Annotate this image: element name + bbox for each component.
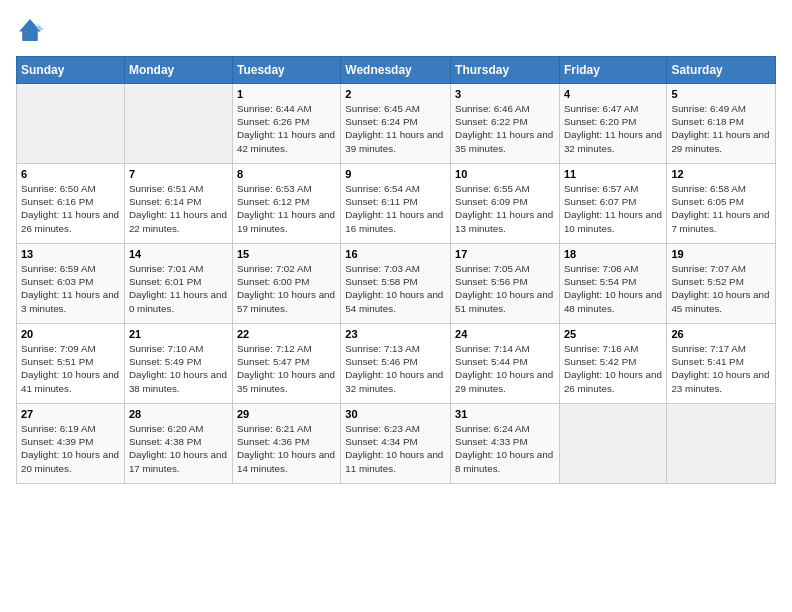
day-cell: 1Sunrise: 6:44 AM Sunset: 6:26 PM Daylig… xyxy=(232,84,340,164)
logo xyxy=(16,16,48,44)
day-cell xyxy=(17,84,125,164)
day-cell: 27Sunrise: 6:19 AM Sunset: 4:39 PM Dayli… xyxy=(17,404,125,484)
week-row-5: 27Sunrise: 6:19 AM Sunset: 4:39 PM Dayli… xyxy=(17,404,776,484)
day-cell xyxy=(559,404,666,484)
day-number: 27 xyxy=(21,408,120,420)
day-info: Sunrise: 7:03 AM Sunset: 5:58 PM Dayligh… xyxy=(345,262,446,315)
day-number: 28 xyxy=(129,408,228,420)
day-cell: 30Sunrise: 6:23 AM Sunset: 4:34 PM Dayli… xyxy=(341,404,451,484)
day-number: 31 xyxy=(455,408,555,420)
day-cell xyxy=(124,84,232,164)
day-cell: 16Sunrise: 7:03 AM Sunset: 5:58 PM Dayli… xyxy=(341,244,451,324)
day-info: Sunrise: 7:14 AM Sunset: 5:44 PM Dayligh… xyxy=(455,342,555,395)
week-row-4: 20Sunrise: 7:09 AM Sunset: 5:51 PM Dayli… xyxy=(17,324,776,404)
day-cell: 19Sunrise: 7:07 AM Sunset: 5:52 PM Dayli… xyxy=(667,244,776,324)
day-info: Sunrise: 7:13 AM Sunset: 5:46 PM Dayligh… xyxy=(345,342,446,395)
day-number: 24 xyxy=(455,328,555,340)
week-row-2: 6Sunrise: 6:50 AM Sunset: 6:16 PM Daylig… xyxy=(17,164,776,244)
svg-marker-0 xyxy=(19,19,41,41)
day-info: Sunrise: 6:57 AM Sunset: 6:07 PM Dayligh… xyxy=(564,182,662,235)
day-info: Sunrise: 6:44 AM Sunset: 6:26 PM Dayligh… xyxy=(237,102,336,155)
day-cell: 21Sunrise: 7:10 AM Sunset: 5:49 PM Dayli… xyxy=(124,324,232,404)
week-row-1: 1Sunrise: 6:44 AM Sunset: 6:26 PM Daylig… xyxy=(17,84,776,164)
day-number: 6 xyxy=(21,168,120,180)
day-info: Sunrise: 7:16 AM Sunset: 5:42 PM Dayligh… xyxy=(564,342,662,395)
day-number: 26 xyxy=(671,328,771,340)
day-number: 29 xyxy=(237,408,336,420)
day-number: 8 xyxy=(237,168,336,180)
day-info: Sunrise: 6:51 AM Sunset: 6:14 PM Dayligh… xyxy=(129,182,228,235)
header-cell-saturday: Saturday xyxy=(667,57,776,84)
day-number: 2 xyxy=(345,88,446,100)
header-cell-tuesday: Tuesday xyxy=(232,57,340,84)
day-info: Sunrise: 7:02 AM Sunset: 6:00 PM Dayligh… xyxy=(237,262,336,315)
day-number: 7 xyxy=(129,168,228,180)
header-cell-thursday: Thursday xyxy=(451,57,560,84)
day-info: Sunrise: 6:20 AM Sunset: 4:38 PM Dayligh… xyxy=(129,422,228,475)
day-number: 20 xyxy=(21,328,120,340)
day-number: 11 xyxy=(564,168,662,180)
day-info: Sunrise: 6:50 AM Sunset: 6:16 PM Dayligh… xyxy=(21,182,120,235)
day-number: 16 xyxy=(345,248,446,260)
day-cell: 10Sunrise: 6:55 AM Sunset: 6:09 PM Dayli… xyxy=(451,164,560,244)
day-cell: 22Sunrise: 7:12 AM Sunset: 5:47 PM Dayli… xyxy=(232,324,340,404)
day-cell: 9Sunrise: 6:54 AM Sunset: 6:11 PM Daylig… xyxy=(341,164,451,244)
day-info: Sunrise: 6:59 AM Sunset: 6:03 PM Dayligh… xyxy=(21,262,120,315)
day-cell: 28Sunrise: 6:20 AM Sunset: 4:38 PM Dayli… xyxy=(124,404,232,484)
header-cell-wednesday: Wednesday xyxy=(341,57,451,84)
day-cell: 5Sunrise: 6:49 AM Sunset: 6:18 PM Daylig… xyxy=(667,84,776,164)
calendar-table: SundayMondayTuesdayWednesdayThursdayFrid… xyxy=(16,56,776,484)
day-info: Sunrise: 7:17 AM Sunset: 5:41 PM Dayligh… xyxy=(671,342,771,395)
day-number: 30 xyxy=(345,408,446,420)
day-number: 13 xyxy=(21,248,120,260)
day-number: 12 xyxy=(671,168,771,180)
day-info: Sunrise: 6:47 AM Sunset: 6:20 PM Dayligh… xyxy=(564,102,662,155)
day-info: Sunrise: 7:01 AM Sunset: 6:01 PM Dayligh… xyxy=(129,262,228,315)
day-cell: 17Sunrise: 7:05 AM Sunset: 5:56 PM Dayli… xyxy=(451,244,560,324)
day-number: 22 xyxy=(237,328,336,340)
day-cell: 23Sunrise: 7:13 AM Sunset: 5:46 PM Dayli… xyxy=(341,324,451,404)
day-cell: 29Sunrise: 6:21 AM Sunset: 4:36 PM Dayli… xyxy=(232,404,340,484)
day-info: Sunrise: 6:49 AM Sunset: 6:18 PM Dayligh… xyxy=(671,102,771,155)
day-info: Sunrise: 7:05 AM Sunset: 5:56 PM Dayligh… xyxy=(455,262,555,315)
day-info: Sunrise: 7:09 AM Sunset: 5:51 PM Dayligh… xyxy=(21,342,120,395)
day-number: 18 xyxy=(564,248,662,260)
day-cell: 14Sunrise: 7:01 AM Sunset: 6:01 PM Dayli… xyxy=(124,244,232,324)
day-cell: 20Sunrise: 7:09 AM Sunset: 5:51 PM Dayli… xyxy=(17,324,125,404)
day-cell: 13Sunrise: 6:59 AM Sunset: 6:03 PM Dayli… xyxy=(17,244,125,324)
header-cell-monday: Monday xyxy=(124,57,232,84)
day-cell: 12Sunrise: 6:58 AM Sunset: 6:05 PM Dayli… xyxy=(667,164,776,244)
page-header xyxy=(16,16,776,44)
day-number: 3 xyxy=(455,88,555,100)
day-cell: 26Sunrise: 7:17 AM Sunset: 5:41 PM Dayli… xyxy=(667,324,776,404)
day-number: 4 xyxy=(564,88,662,100)
day-number: 15 xyxy=(237,248,336,260)
day-number: 17 xyxy=(455,248,555,260)
day-info: Sunrise: 6:53 AM Sunset: 6:12 PM Dayligh… xyxy=(237,182,336,235)
day-cell: 24Sunrise: 7:14 AM Sunset: 5:44 PM Dayli… xyxy=(451,324,560,404)
day-cell xyxy=(667,404,776,484)
day-cell: 15Sunrise: 7:02 AM Sunset: 6:00 PM Dayli… xyxy=(232,244,340,324)
day-cell: 2Sunrise: 6:45 AM Sunset: 6:24 PM Daylig… xyxy=(341,84,451,164)
day-cell: 8Sunrise: 6:53 AM Sunset: 6:12 PM Daylig… xyxy=(232,164,340,244)
day-info: Sunrise: 6:24 AM Sunset: 4:33 PM Dayligh… xyxy=(455,422,555,475)
day-cell: 18Sunrise: 7:06 AM Sunset: 5:54 PM Dayli… xyxy=(559,244,666,324)
day-cell: 3Sunrise: 6:46 AM Sunset: 6:22 PM Daylig… xyxy=(451,84,560,164)
day-info: Sunrise: 6:23 AM Sunset: 4:34 PM Dayligh… xyxy=(345,422,446,475)
day-cell: 6Sunrise: 6:50 AM Sunset: 6:16 PM Daylig… xyxy=(17,164,125,244)
day-info: Sunrise: 6:58 AM Sunset: 6:05 PM Dayligh… xyxy=(671,182,771,235)
day-cell: 25Sunrise: 7:16 AM Sunset: 5:42 PM Dayli… xyxy=(559,324,666,404)
day-info: Sunrise: 6:21 AM Sunset: 4:36 PM Dayligh… xyxy=(237,422,336,475)
day-number: 19 xyxy=(671,248,771,260)
day-cell: 31Sunrise: 6:24 AM Sunset: 4:33 PM Dayli… xyxy=(451,404,560,484)
day-info: Sunrise: 6:19 AM Sunset: 4:39 PM Dayligh… xyxy=(21,422,120,475)
day-info: Sunrise: 7:07 AM Sunset: 5:52 PM Dayligh… xyxy=(671,262,771,315)
day-number: 5 xyxy=(671,88,771,100)
header-cell-friday: Friday xyxy=(559,57,666,84)
day-cell: 4Sunrise: 6:47 AM Sunset: 6:20 PM Daylig… xyxy=(559,84,666,164)
day-number: 23 xyxy=(345,328,446,340)
day-number: 10 xyxy=(455,168,555,180)
week-row-3: 13Sunrise: 6:59 AM Sunset: 6:03 PM Dayli… xyxy=(17,244,776,324)
day-number: 9 xyxy=(345,168,446,180)
day-number: 21 xyxy=(129,328,228,340)
